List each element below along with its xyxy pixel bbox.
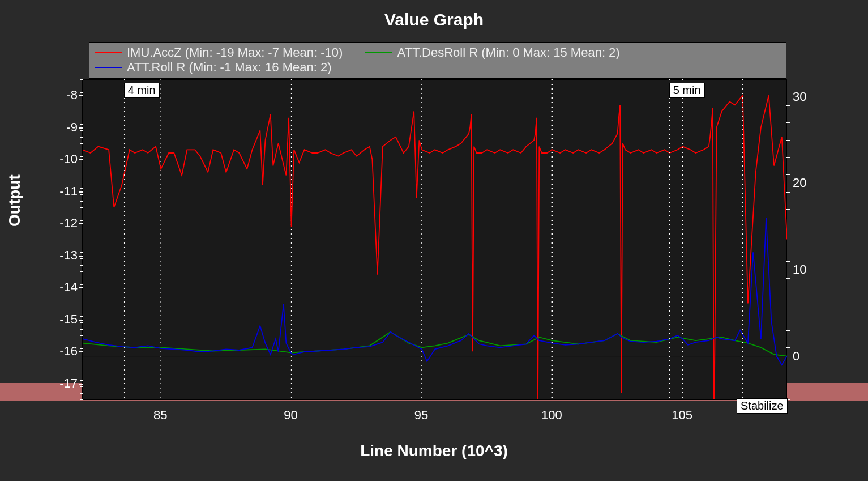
svg-rect-0 <box>83 80 787 399</box>
ytick-mark <box>79 159 83 160</box>
ytick-minor <box>80 137 83 138</box>
chart-title: Value Graph <box>0 10 868 29</box>
ytick-minor <box>80 176 83 176</box>
ytick-minor <box>80 361 83 361</box>
legend-item-roll[interactable]: ATT.Roll R (Min: -1 Max: 16 Mean: 2) <box>95 60 331 75</box>
ytick-minor <box>80 386 83 387</box>
ytick-minor <box>80 258 83 259</box>
legend-swatch-green <box>365 52 392 53</box>
legend-item-accz[interactable]: IMU.AccZ (Min: -19 Max: -7 Mean: -10) <box>95 45 343 60</box>
ytick-minor <box>80 316 83 317</box>
ytick-left: -14 <box>44 280 78 295</box>
ytick-minor <box>80 163 83 163</box>
ytick-left: -9 <box>44 120 78 135</box>
ytick-minor <box>80 214 83 214</box>
ytick-minor <box>80 304 83 304</box>
xtick: 90 <box>274 408 308 423</box>
chart-legend: IMU.AccZ (Min: -19 Max: -7 Mean: -10) AT… <box>89 42 786 79</box>
ytick-minor <box>80 143 83 144</box>
ytick-right-minor <box>786 382 790 382</box>
ytick-right-minor <box>786 140 790 141</box>
ytick-minor <box>80 368 83 368</box>
ytick-mark <box>79 384 83 385</box>
ytick-right-minor <box>786 261 790 262</box>
ytick-right-minor <box>786 347 790 348</box>
ytick-right-minor <box>786 313 790 313</box>
ytick-minor <box>80 233 83 233</box>
legend-row-1: IMU.AccZ (Min: -19 Max: -7 Mean: -10) AT… <box>95 45 780 60</box>
ytick-minor <box>80 399 83 400</box>
ytick-minor <box>80 271 83 272</box>
ytick-minor <box>80 278 83 278</box>
ytick-mark <box>79 127 83 129</box>
ytick-minor <box>80 99 83 99</box>
ytick-minor <box>80 79 83 80</box>
ytick-right-minor <box>786 88 790 88</box>
ytick-minor <box>80 240 83 240</box>
ytick-left: -11 <box>44 184 78 199</box>
ytick-minor <box>80 169 83 169</box>
ytick-minor <box>80 265 83 266</box>
legend-label: IMU.AccZ (Min: -19 Max: -7 Mean: -10) <box>127 45 343 60</box>
plot-svg <box>83 79 787 399</box>
ytick-minor <box>80 246 83 246</box>
xtick: 85 <box>143 408 177 423</box>
ytick-right-minor <box>786 330 790 331</box>
xtick: 100 <box>535 408 568 423</box>
ytick-minor <box>80 130 83 131</box>
ytick-minor <box>80 393 83 394</box>
ytick-mark <box>79 256 83 257</box>
ytick-minor <box>80 348 83 349</box>
xtick: 95 <box>404 408 438 423</box>
time-marker: 5 min <box>669 83 705 98</box>
legend-row-2: ATT.Roll R (Min: -1 Max: 16 Mean: 2) <box>95 60 780 75</box>
ytick-minor <box>80 355 83 355</box>
ytick-minor <box>80 92 83 93</box>
xtick: 105 <box>665 408 699 423</box>
ytick-right: 30 <box>793 90 806 104</box>
ytick-right-minor <box>786 122 790 123</box>
ytick-minor <box>80 291 83 291</box>
ytick-right: 10 <box>793 262 806 277</box>
ytick-mark <box>79 320 83 321</box>
y-axis-label: Output <box>6 174 24 227</box>
ytick-minor <box>80 297 83 297</box>
ytick-mark <box>79 351 83 352</box>
legend-swatch-blue <box>95 67 122 68</box>
plot-area[interactable] <box>82 79 787 400</box>
ytick-minor <box>80 329 83 330</box>
ytick-minor <box>80 124 83 125</box>
ytick-minor <box>80 118 83 118</box>
ytick-minor <box>80 252 83 253</box>
ytick-left: -15 <box>44 312 78 327</box>
ytick-left: -17 <box>44 376 78 391</box>
ytick-right-minor <box>786 365 790 365</box>
ytick-right-minor <box>786 244 790 244</box>
ytick-mark <box>79 287 83 288</box>
ytick-right: 0 <box>793 349 799 364</box>
ytick-left: -10 <box>44 152 78 167</box>
legend-label: ATT.Roll R (Min: -1 Max: 16 Mean: 2) <box>127 60 331 75</box>
ytick-right-minor <box>786 105 790 106</box>
time-marker: 4 min <box>124 83 160 98</box>
ytick-left: -13 <box>44 248 78 263</box>
ytick-mark <box>79 191 83 193</box>
ytick-mark <box>79 95 83 96</box>
ytick-minor <box>80 322 83 323</box>
ytick-minor <box>80 112 83 112</box>
ytick-minor <box>80 194 83 195</box>
ytick-right-minor <box>786 157 790 158</box>
ytick-minor <box>80 342 83 342</box>
ytick-right: 20 <box>793 176 806 190</box>
ytick-minor <box>80 284 83 285</box>
ytick-minor <box>80 188 83 189</box>
ytick-minor <box>80 220 83 221</box>
ytick-right-minor <box>786 278 790 279</box>
ytick-minor <box>80 335 83 336</box>
legend-label: ATT.DesRoll R (Min: 0 Max: 15 Mean: 2) <box>397 45 619 60</box>
legend-item-desroll[interactable]: ATT.DesRoll R (Min: 0 Max: 15 Mean: 2) <box>365 45 619 60</box>
ytick-left: -12 <box>44 216 78 231</box>
ytick-minor <box>80 150 83 150</box>
ytick-minor <box>80 227 83 227</box>
ytick-minor <box>80 374 83 374</box>
